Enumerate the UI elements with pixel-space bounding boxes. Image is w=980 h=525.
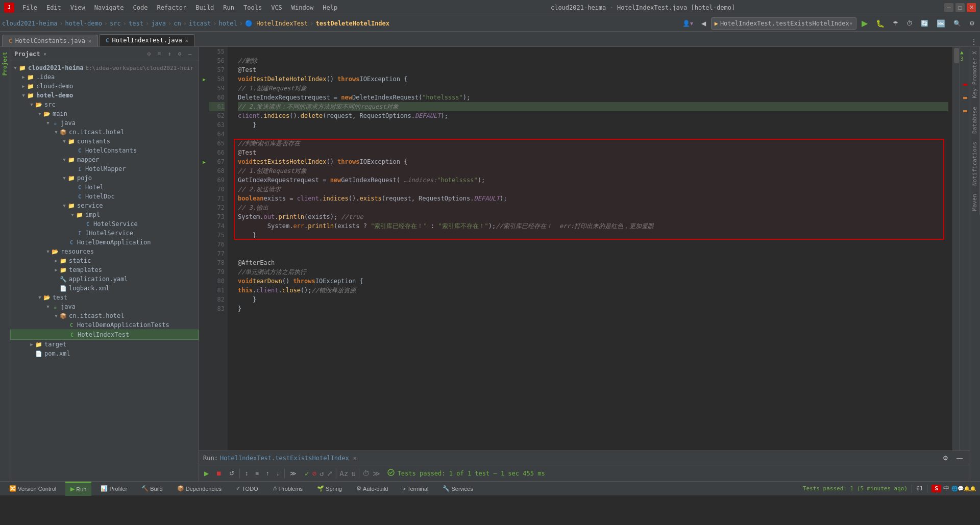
tree-hotel-class[interactable]: C Hotel <box>10 183 199 192</box>
tree-src[interactable]: ▼ 📂 src <box>10 100 199 109</box>
menu-navigate[interactable]: Navigate <box>90 3 128 12</box>
tree-app-yaml[interactable]: 🔧 application.yaml <box>10 274 199 284</box>
tree-main[interactable]: ▼ 📂 main <box>10 109 199 118</box>
tree-cloud-demo[interactable]: ▶ 📁 cloud-demo <box>10 82 199 91</box>
run-down-btn[interactable]: ↓ <box>273 469 282 478</box>
tree-target[interactable]: ▶ 📁 target <box>10 340 199 349</box>
tab-hotelconstants[interactable]: C HotelConstants.java ✕ <box>2 35 98 46</box>
editor-scrollbar[interactable] <box>952 47 960 451</box>
build-tab[interactable]: 🔨 Build <box>136 482 167 496</box>
dependencies-tab[interactable]: 📦 Dependencies <box>172 482 227 496</box>
database-label[interactable]: Database <box>970 103 980 138</box>
run-up-btn[interactable]: ↑ <box>263 469 272 478</box>
run-test-name[interactable]: HotelIndexTest.testExistsHotelIndex <box>220 455 349 462</box>
code-editor[interactable]: //删除 @Test void testDeleteHotelIndex() t… <box>234 47 952 451</box>
run-close-icon[interactable]: ✕ <box>353 455 357 462</box>
bc-src[interactable]: src <box>110 20 121 27</box>
gutter-58[interactable]: ▶ <box>199 74 209 84</box>
project-panel-label[interactable]: Project <box>0 49 10 79</box>
profiler-tab[interactable]: 📊 Profiler <box>95 482 132 496</box>
problems-tab[interactable]: ⚠ Problems <box>267 482 308 496</box>
gutter-67[interactable]: ▶ <box>199 157 209 166</box>
tree-test-java[interactable]: ▼ ☕ java <box>10 302 199 311</box>
spring-tab[interactable]: 🌱 Spring <box>312 482 347 496</box>
tree-java[interactable]: ▼ ☕ java <box>10 118 199 128</box>
terminal-tab[interactable]: > Terminal <box>397 482 433 496</box>
tab-hotelindextest[interactable]: C HotelIndexTest.java ✕ <box>99 34 195 46</box>
tree-hoteldemoapp[interactable]: C HotelDemoApplication <box>10 238 199 247</box>
scope-btn[interactable]: ⊙ <box>144 49 154 59</box>
run-play-btn[interactable]: ▶ <box>201 469 212 478</box>
close-button[interactable]: ✕ <box>967 3 976 12</box>
tree-templates[interactable]: ▶ 📁 templates <box>10 265 199 274</box>
menu-help[interactable]: Help <box>318 3 341 12</box>
todo-tab[interactable]: ✓ TODO <box>231 482 263 496</box>
run-tab[interactable]: ▶ Run <box>65 482 91 496</box>
bc-test[interactable]: test <box>129 20 143 27</box>
maximize-button[interactable]: □ <box>955 3 965 12</box>
minimize-button[interactable]: ─ <box>944 3 953 12</box>
stop-icon[interactable]: ⊘ <box>312 469 316 478</box>
run-button[interactable]: ▶ <box>859 17 871 29</box>
back-btn[interactable]: ◀ <box>698 19 709 28</box>
tree-test-pkg[interactable]: ▼ 📦 cn.itcast.hotel <box>10 311 199 320</box>
tree-mapper[interactable]: ▼ 📁 mapper <box>10 155 199 164</box>
translate-icon-btn[interactable]: 🔤 <box>934 18 948 29</box>
run-settings-btn[interactable]: ⚙ <box>940 454 951 463</box>
notifications-label[interactable]: Notifications <box>970 138 980 190</box>
menu-tools[interactable]: Tools <box>239 3 266 12</box>
bc-hotel-demo[interactable]: hotel-demo <box>65 20 102 27</box>
tree-hotel-demo[interactable]: ▼ 📁 hotel-demo <box>10 91 199 100</box>
tree-hoteldemo-tests[interactable]: C HotelDemoApplicationTests <box>10 320 199 330</box>
tree-hotelconstants[interactable]: C HotelConstants <box>10 146 199 155</box>
version-control-tab[interactable]: 🔀 Version Control <box>4 482 61 496</box>
tree-pkg[interactable]: ▼ 📦 cn.itcast.hotel <box>10 128 199 137</box>
tree-hotelindextest[interactable]: C HotelIndexTest <box>10 330 199 340</box>
bc-java[interactable]: java <box>151 20 166 27</box>
run-more-btn[interactable]: ≫ <box>287 469 300 478</box>
tree-static[interactable]: ▶ 📁 static <box>10 256 199 265</box>
run-rerun-btn[interactable]: ↺ <box>226 469 237 478</box>
tree-resources[interactable]: ▼ 📂 resources <box>10 247 199 256</box>
run-close-btn[interactable]: — <box>953 454 966 463</box>
tree-hotelmapper[interactable]: I HotelMapper <box>10 164 199 173</box>
coverage-button[interactable]: ☂ <box>890 19 901 28</box>
tree-test[interactable]: ▼ 📂 test <box>10 293 199 302</box>
tree-constants[interactable]: ▼ 📁 constants <box>10 137 199 146</box>
tab-hotelindextest-close[interactable]: ✕ <box>185 38 188 43</box>
profile-button[interactable]: ⏱ <box>903 19 916 28</box>
collapse-btn[interactable]: ≡ <box>155 49 164 59</box>
tree-hoteldoc[interactable]: C HotelDoc <box>10 192 199 201</box>
settings-btn[interactable]: ⚙ <box>966 19 978 28</box>
tree-ihotelservice[interactable]: I IHotelService <box>10 229 199 238</box>
user-icon-btn[interactable]: 👤▾ <box>679 19 696 28</box>
menu-code[interactable]: Code <box>129 3 152 12</box>
maven-label[interactable]: Maven <box>970 190 980 215</box>
project-dropdown-arrow[interactable]: ▾ <box>43 51 47 58</box>
close-panel-btn[interactable]: — <box>185 49 194 59</box>
bc-hotelindextest[interactable]: 🔵 HotelIndexTest <box>245 20 308 27</box>
menu-run[interactable]: Run <box>219 3 238 12</box>
run-stop-btn[interactable]: ⏹ <box>213 469 225 478</box>
menu-build[interactable]: Build <box>191 3 218 12</box>
menu-refactor[interactable]: Refactor <box>153 3 190 12</box>
menu-edit[interactable]: Edit <box>42 3 65 12</box>
autobuild-tab[interactable]: ⚙ Auto-build <box>351 482 394 496</box>
menu-view[interactable]: View <box>66 3 89 12</box>
brand-icon[interactable]: S <box>932 485 941 492</box>
tree-service[interactable]: ▼ 📁 service <box>10 201 199 210</box>
run-config-dropdown[interactable]: ▶ HotelIndexTest.testExistsHotelIndex ▾ <box>711 17 856 30</box>
sort-btn[interactable]: ↕ <box>165 49 174 59</box>
tree-pom[interactable]: 📄 pom.xml <box>10 349 199 358</box>
project-breadcrumb[interactable]: cloud2021-heima <box>2 20 57 27</box>
update-button[interactable]: 🔄 <box>918 19 932 28</box>
menu-window[interactable]: Window <box>287 3 317 12</box>
key-promoter-label[interactable]: Key Promoter X <box>970 47 980 103</box>
run-filter-btn[interactable]: ≡ <box>252 469 262 478</box>
scrollbar-thumb[interactable] <box>954 48 959 63</box>
settings-panel-btn[interactable]: ⚙ <box>175 49 184 59</box>
debug-button[interactable]: 🐛 <box>873 18 888 29</box>
search-btn[interactable]: 🔍 <box>950 19 964 28</box>
services-tab[interactable]: 🔧 Services <box>437 482 478 496</box>
tree-idea[interactable]: ▶ 📁 .idea <box>10 72 199 82</box>
